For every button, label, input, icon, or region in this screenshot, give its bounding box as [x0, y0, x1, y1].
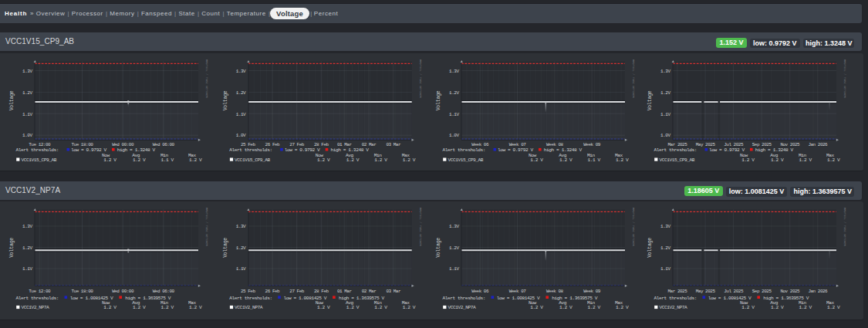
svg-text:1.2 V: 1.2 V [741, 157, 755, 163]
svg-text:01 Mar: 01 Mar [337, 289, 353, 294]
svg-text:1.2V: 1.2V [660, 90, 670, 96]
svg-text:1.2 V: 1.2 V [133, 157, 146, 163]
svg-text:Week 07: Week 07 [509, 142, 527, 147]
svg-text:1.2 V: 1.2 V [741, 305, 755, 310]
svg-text:1.2 V: 1.2 V [827, 157, 840, 163]
svg-text:Week 06: Week 06 [471, 289, 489, 294]
svg-text:Jan 2026: Jan 2026 [808, 142, 828, 147]
svg-text:1.2 V: 1.2 V [403, 157, 416, 163]
svg-text:1.2V: 1.2V [449, 90, 459, 96]
svg-text:Alert thresholds:: Alert thresholds: [443, 147, 485, 153]
svg-text:27 Feb: 27 Feb [289, 142, 305, 147]
svg-text:1.1V: 1.1V [236, 266, 246, 272]
svg-text:1.3V: 1.3V [660, 69, 670, 74]
svg-text:1.3V: 1.3V [236, 69, 246, 74]
svg-text:Sep 2025: Sep 2025 [752, 142, 772, 147]
svg-text:Week 09: Week 09 [583, 289, 601, 294]
svg-text:Alert thresholds:: Alert thresholds: [16, 147, 59, 153]
svg-text:1.2 V: 1.2 V [403, 305, 416, 310]
svg-text:03 Mar: 03 Mar [386, 289, 401, 294]
svg-text:VCC1V2_NP7A: VCC1V2_NP7A [659, 305, 687, 310]
svg-text:Wed 06:00: Wed 06:00 [153, 289, 175, 294]
svg-text:1.2V: 1.2V [236, 245, 246, 251]
svg-text:1.2 V: 1.2 V [346, 305, 360, 310]
svg-text:RRDTOOL / TOBI OETIKER: RRDTOOL / TOBI OETIKER [843, 208, 846, 247]
svg-text:1.0V: 1.0V [660, 133, 670, 138]
svg-text:May 2025: May 2025 [696, 289, 716, 294]
svg-text:Alert thresholds:: Alert thresholds: [443, 296, 485, 301]
svg-text:26 Feb: 26 Feb [265, 142, 281, 147]
svg-text:1.2 V: 1.2 V [827, 305, 840, 310]
svg-text:Voltage: Voltage [223, 90, 228, 110]
svg-text:Tue 18:00: Tue 18:00 [71, 142, 93, 147]
svg-text:Voltage: Voltage [9, 238, 15, 258]
svg-text:1.2 V: 1.2 V [189, 305, 202, 310]
svg-text:1.3V: 1.3V [660, 224, 670, 229]
svg-text:1.3V: 1.3V [449, 69, 459, 74]
svg-text:Alert thresholds:: Alert thresholds: [229, 296, 272, 301]
svg-text:Voltage: Voltage [647, 238, 653, 258]
svg-text:1.2 V: 1.2 V [103, 305, 117, 310]
svg-text:1.2 V: 1.2 V [346, 157, 360, 163]
svg-text:May 2025: May 2025 [696, 142, 716, 147]
svg-text:Week 07: Week 07 [509, 289, 527, 294]
svg-text:1.3V: 1.3V [22, 69, 32, 74]
svg-text:1.1 V: 1.1 V [587, 157, 600, 163]
svg-text:Voltage: Voltage [223, 238, 228, 258]
svg-text:1.2 V: 1.2 V [587, 305, 600, 310]
svg-text:RRDTOOL / TOBI OETIKER: RRDTOOL / TOBI OETIKER [205, 208, 208, 247]
svg-text:1.2 V: 1.2 V [799, 305, 812, 310]
svg-text:VCC1V15_CP9_AB: VCC1V15_CP9_AB [21, 157, 56, 163]
svg-text:27 Feb: 27 Feb [289, 289, 305, 294]
svg-text:1.2V: 1.2V [660, 245, 670, 251]
svg-text:1.2 V: 1.2 V [559, 305, 572, 310]
svg-text:Week 08: Week 08 [546, 142, 564, 147]
svg-text:RRDTOOL / TOBI OETIKER: RRDTOOL / TOBI OETIKER [419, 208, 422, 247]
svg-text:1.0V: 1.0V [22, 133, 32, 138]
svg-text:1.2V: 1.2V [236, 90, 246, 96]
svg-text:Mar 2025: Mar 2025 [667, 289, 687, 294]
svg-text:Alert thresholds:: Alert thresholds: [654, 296, 697, 301]
svg-text:1.2 V: 1.2 V [317, 305, 330, 310]
svg-text:1.2 V: 1.2 V [799, 157, 812, 163]
svg-text:1.2 V: 1.2 V [616, 157, 629, 163]
svg-text:1.2 V: 1.2 V [317, 157, 330, 163]
svg-text:1.2 V: 1.2 V [160, 305, 174, 310]
svg-text:Week 09: Week 09 [583, 142, 601, 147]
svg-text:1.2 V: 1.2 V [771, 305, 784, 310]
svg-text:1.2 V: 1.2 V [103, 157, 117, 163]
svg-text:RRDTOOL / TOBI OETIKER: RRDTOOL / TOBI OETIKER [205, 59, 208, 99]
svg-text:1.2 V: 1.2 V [559, 157, 572, 163]
svg-text:1.1V: 1.1V [660, 266, 670, 272]
svg-text:Voltage: Voltage [647, 90, 653, 110]
svg-text:1.2 V: 1.2 V [374, 305, 387, 310]
svg-text:02 Mar: 02 Mar [362, 289, 377, 294]
svg-text:1.0V: 1.0V [449, 133, 459, 138]
svg-text:1.2V: 1.2V [22, 90, 32, 96]
svg-text:Nov 2025: Nov 2025 [780, 142, 800, 147]
svg-text:VCC1V2_NP7A: VCC1V2_NP7A [235, 305, 263, 310]
svg-text:VCC1V15_CP9_AB: VCC1V15_CP9_AB [235, 157, 270, 163]
svg-text:Nov 2025: Nov 2025 [780, 289, 800, 294]
svg-text:1.2 V: 1.2 V [133, 305, 146, 310]
svg-text:1.3V: 1.3V [449, 224, 459, 229]
svg-text:RRDTOOL / TOBI OETIKER: RRDTOOL / TOBI OETIKER [419, 59, 422, 99]
svg-text:Week 06: Week 06 [471, 142, 489, 147]
svg-text:25 Feb: 25 Feb [241, 289, 256, 294]
svg-text:VCC1V15_CP9_AB: VCC1V15_CP9_AB [659, 157, 694, 163]
svg-text:1.1V: 1.1V [22, 112, 32, 117]
svg-text:1.1V: 1.1V [449, 112, 459, 117]
svg-text:1.2 V: 1.2 V [530, 157, 543, 163]
svg-text:28 Feb: 28 Feb [314, 289, 329, 294]
svg-text:Jan 2026: Jan 2026 [808, 289, 828, 294]
svg-text:1.2 V: 1.2 V [771, 157, 784, 163]
svg-text:03 Mar: 03 Mar [386, 142, 401, 147]
svg-text:1.1 V: 1.1 V [160, 157, 174, 163]
svg-text:1.1V: 1.1V [22, 266, 32, 272]
svg-text:Wed 00:00: Wed 00:00 [112, 289, 134, 294]
svg-text:Wed 06:00: Wed 06:00 [153, 142, 175, 147]
svg-text:Jul 2025: Jul 2025 [724, 289, 744, 294]
svg-text:Mar 2025: Mar 2025 [667, 142, 687, 147]
svg-text:Tue 18:00: Tue 18:00 [71, 289, 93, 294]
svg-text:1.3V: 1.3V [22, 224, 32, 229]
